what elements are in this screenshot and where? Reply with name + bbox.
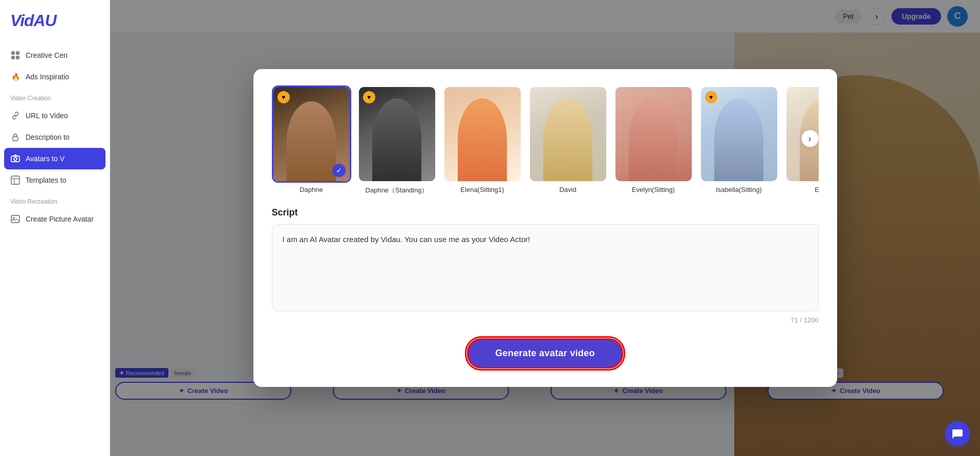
- grid-icon: [10, 50, 20, 60]
- avatar-name-daphne: Daphne: [300, 186, 323, 193]
- link-icon: [10, 111, 20, 121]
- svg-rect-2: [11, 56, 15, 59]
- avatar-name-david: David: [559, 186, 576, 193]
- image-icon: [10, 214, 20, 224]
- avatar-img-isabella: ♥: [699, 85, 779, 183]
- char-count-display: 71 / 1200: [272, 316, 819, 324]
- avatar-modal: ♥ ✓ Daphne ♥ Daphne（Standing: [253, 69, 837, 387]
- generate-avatar-video-button[interactable]: Generate avatar video: [467, 338, 623, 368]
- avatar-card-elena[interactable]: Elena(Sitting1): [443, 85, 522, 193]
- app-logo: VidAU: [0, 0, 110, 40]
- sidebar-item-create-picture-avatar[interactable]: Create Picture Avatar: [0, 208, 110, 230]
- sidebar-item-description-label: Description to: [26, 133, 70, 141]
- avatar-placeholder-5: [615, 87, 692, 181]
- avatar-img-daphne-standing: ♥: [357, 85, 437, 183]
- avatar-card-daphne[interactable]: ♥ ✓ Daphne: [272, 85, 351, 193]
- generate-button-container: Generate avatar video: [272, 338, 819, 368]
- avatar-img-david: [528, 85, 608, 183]
- avatar-placeholder-3: [444, 87, 521, 181]
- main-content: Pet › Upgrade C ★ Recommended female ✦: [110, 0, 980, 456]
- avatar-name-elena: Elena(Sitting1): [460, 186, 504, 193]
- avatar-name-emma: Emma: [815, 186, 818, 193]
- modal-overlay: ♥ ✓ Daphne ♥ Daphne（Standing: [110, 0, 980, 456]
- avatar-img-evelyn: [614, 85, 693, 183]
- avatar-card-david[interactable]: David: [528, 85, 608, 193]
- premium-badge-1: ♥: [278, 91, 290, 103]
- avatar-name-daphne-standing: Daphne（Standing）: [366, 186, 429, 195]
- sidebar-item-creative-center[interactable]: Creative Cen: [0, 45, 110, 66]
- avatar-img-daphne: ♥ ✓: [272, 85, 351, 183]
- script-section-label: Script: [272, 207, 819, 218]
- sidebar-item-ads-label: Ads Inspiratio: [26, 73, 69, 81]
- sidebar-item-creative-center-label: Creative Cen: [26, 51, 68, 59]
- video-creation-section-label: Video Creation: [0, 88, 110, 105]
- video-recreation-section-label: Video Recreation: [0, 191, 110, 208]
- sidebar-item-url-label: URL to Video: [26, 112, 68, 120]
- svg-rect-8: [11, 215, 19, 223]
- template-icon: [10, 175, 20, 185]
- avatar-name-isabella: Isabella(Sitting): [716, 186, 762, 193]
- svg-rect-0: [11, 51, 15, 55]
- svg-rect-3: [16, 56, 19, 59]
- avatar-name-evelyn: Evelyn(Sitting): [632, 186, 675, 193]
- chat-bubble-button[interactable]: [945, 421, 970, 446]
- svg-point-6: [14, 158, 17, 161]
- sidebar-item-url-to-video[interactable]: URL to Video: [0, 105, 110, 126]
- selected-check-1: ✓: [332, 164, 346, 177]
- premium-badge-6: ♥: [705, 91, 717, 103]
- svg-point-9: [13, 218, 15, 219]
- sidebar-item-avatars-to[interactable]: Avatars to V: [4, 148, 105, 169]
- fire-icon: 🔥: [10, 72, 20, 82]
- avatar-placeholder-4: [530, 87, 606, 181]
- sidebar-item-templates-label: Templates to: [26, 176, 66, 184]
- avatar-card-evelyn[interactable]: Evelyn(Sitting): [614, 85, 693, 193]
- sidebar-nav: Creative Cen 🔥 Ads Inspiratio Video Crea…: [0, 40, 110, 456]
- avatar-selection-area: ♥ ✓ Daphne ♥ Daphne（Standing: [272, 85, 819, 195]
- sidebar-item-avatars-label: Avatars to V: [26, 155, 65, 163]
- avatar-row: ♥ ✓ Daphne ♥ Daphne（Standing: [272, 85, 819, 195]
- svg-rect-7: [11, 176, 19, 184]
- script-textarea[interactable]: [272, 224, 819, 311]
- avatar-card-isabella[interactable]: ♥ Isabella(Sitting): [699, 85, 779, 193]
- premium-badge-2: ♥: [363, 91, 375, 103]
- svg-rect-1: [16, 51, 19, 55]
- sidebar-item-description-to[interactable]: Description to: [0, 126, 110, 148]
- lock-icon: [10, 132, 20, 142]
- sidebar-item-ads-inspiration[interactable]: 🔥 Ads Inspiratio: [0, 66, 110, 88]
- sidebar: VidAU Creative Cen 🔥 Ads Inspiratio Vide…: [0, 0, 110, 456]
- avatar-card-daphne-standing[interactable]: ♥ Daphne（Standing）: [357, 85, 437, 195]
- sidebar-item-templates-to[interactable]: Templates to: [0, 169, 110, 191]
- avatar-row-next-button[interactable]: ›: [801, 130, 819, 147]
- avatar-img-elena: [443, 85, 522, 183]
- svg-rect-4: [13, 137, 18, 141]
- camera-icon: [10, 154, 20, 164]
- sidebar-item-picture-avatar-label: Create Picture Avatar: [26, 215, 94, 223]
